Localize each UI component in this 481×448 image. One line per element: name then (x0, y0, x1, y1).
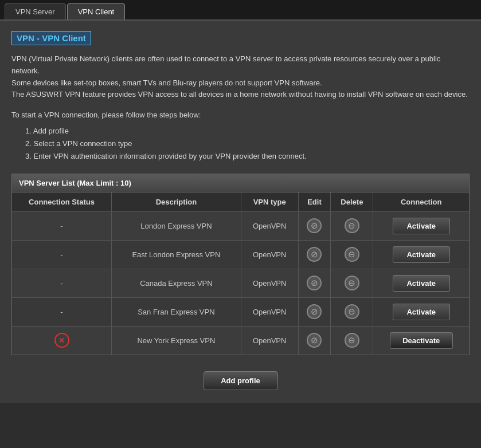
activate-button[interactable]: Activate (393, 275, 450, 292)
row-status: - (12, 297, 112, 326)
table-title: VPN Server List (Max Limit : 10) (12, 174, 469, 192)
delete-icon[interactable]: ⊖ (345, 218, 359, 233)
row-delete: ⊖ (331, 326, 373, 355)
status-dash: - (60, 222, 62, 230)
col-description: Description (112, 192, 241, 212)
row-delete: ⊖ (331, 297, 373, 326)
col-connection-status: Connection Status (12, 192, 112, 212)
row-edit: ⊘ (298, 269, 331, 297)
row-vpn-type: OpenVPN (241, 269, 298, 297)
row-description: New York Express VPN (112, 326, 241, 355)
row-vpn-type: OpenVPN (241, 240, 298, 269)
col-delete: Delete (331, 192, 373, 212)
edit-icon[interactable]: ⊘ (307, 247, 322, 262)
add-profile-button[interactable]: Add profile (204, 371, 278, 390)
desc-line1: VPN (Virtual Private Network) clients ar… (11, 53, 470, 77)
main-content: VPN - VPN Client VPN (Virtual Private Ne… (0, 21, 481, 403)
delete-icon[interactable]: ⊖ (345, 333, 359, 348)
step-3: Enter VPN authentication information pro… (25, 150, 470, 163)
row-connection: Activate (373, 269, 469, 297)
row-connection: Activate (373, 240, 469, 269)
row-description: London Express VPN (112, 211, 241, 240)
status-active-icon: ✕ (54, 333, 69, 348)
description-block: VPN (Virtual Private Network) clients ar… (11, 53, 470, 101)
row-edit: ⊘ (298, 211, 331, 240)
status-dash: - (60, 308, 62, 316)
steps-list: Add profile Select a VPN connection type… (25, 125, 470, 163)
edit-icon[interactable]: ⊘ (307, 218, 322, 233)
row-status: - (12, 269, 112, 297)
row-edit: ⊘ (298, 297, 331, 326)
col-edit: Edit (298, 192, 331, 212)
status-dash: - (60, 279, 62, 288)
step-2: Select a VPN connection type (25, 137, 470, 150)
vpn-server-list: VPN Server List (Max Limit : 10) Connect… (11, 174, 470, 355)
row-delete: ⊖ (331, 240, 373, 269)
col-vpn-type: VPN type (241, 192, 298, 212)
deactivate-button[interactable]: Deactivate (390, 332, 453, 349)
edit-icon[interactable]: ⊘ (307, 304, 322, 319)
edit-icon[interactable]: ⊘ (307, 333, 322, 348)
activate-button[interactable]: Activate (393, 304, 450, 320)
row-delete: ⊖ (331, 269, 373, 297)
row-connection: Activate (373, 297, 469, 326)
status-dash: - (60, 250, 62, 259)
page-title: VPN - VPN Client (11, 31, 91, 45)
steps-intro: To start a VPN connection, please follow… (11, 109, 470, 121)
delete-icon[interactable]: ⊖ (345, 304, 359, 319)
table-row: -East London Express VPNOpenVPN⊘⊖Activat… (12, 240, 469, 269)
row-edit: ⊘ (298, 326, 331, 355)
add-profile-row: Add profile (11, 366, 470, 392)
tab-vpn-client[interactable]: VPN Client (67, 3, 126, 19)
row-description: Canada Express VPN (112, 269, 241, 297)
row-connection: Activate (373, 211, 469, 240)
delete-icon[interactable]: ⊖ (345, 247, 359, 262)
desc-line2: Some devices like set-top boxes, smart T… (11, 77, 470, 89)
table-row: -Canada Express VPNOpenVPN⊘⊖Activate (12, 269, 469, 297)
vpn-table: Connection Status Description VPN type E… (12, 192, 469, 355)
activate-button[interactable]: Activate (393, 246, 450, 263)
row-connection: Deactivate (373, 326, 469, 355)
col-connection: Connection (373, 192, 469, 212)
table-row: ✕New York Express VPNOpenVPN⊘⊖Deactivate (12, 326, 469, 355)
row-delete: ⊖ (331, 211, 373, 240)
row-description: East London Express VPN (112, 240, 241, 269)
table-row: -San Fran Express VPNOpenVPN⊘⊖Activate (12, 297, 469, 326)
row-edit: ⊘ (298, 240, 331, 269)
row-vpn-type: OpenVPN (241, 211, 298, 240)
row-status: - (12, 211, 112, 240)
table-header-row: Connection Status Description VPN type E… (12, 192, 469, 212)
step-1: Add profile (25, 125, 470, 137)
row-status: ✕ (12, 326, 112, 355)
tab-vpn-server[interactable]: VPN Server (5, 3, 66, 19)
activate-button[interactable]: Activate (393, 218, 450, 234)
row-description: San Fran Express VPN (112, 297, 241, 326)
delete-icon[interactable]: ⊖ (345, 276, 359, 290)
table-row: -London Express VPNOpenVPN⊘⊖Activate (12, 211, 469, 240)
row-vpn-type: OpenVPN (241, 326, 298, 355)
steps-block: To start a VPN connection, please follow… (11, 109, 470, 163)
tab-bar: VPN Server VPN Client (0, 0, 481, 21)
desc-line3: The ASUSWRT VPN feature provides VPN acc… (11, 89, 470, 101)
row-status: - (12, 240, 112, 269)
row-vpn-type: OpenVPN (241, 297, 298, 326)
edit-icon[interactable]: ⊘ (307, 276, 322, 290)
